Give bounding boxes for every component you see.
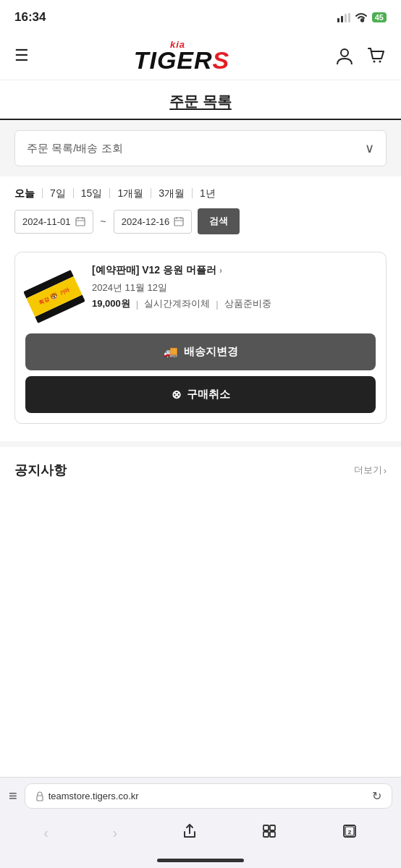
svg-text:2: 2 (348, 829, 352, 835)
svg-rect-0 (337, 18, 339, 22)
notice-more-button[interactable]: 더보기 › (354, 464, 387, 477)
home-indicator (0, 856, 401, 868)
calendar-icon-end (174, 216, 184, 226)
order-status: 상품준비중 (224, 297, 271, 310)
period-tab-3months[interactable]: 3개월 (151, 188, 193, 198)
browser-nav: ‹ › 2 (0, 814, 401, 856)
svg-point-6 (373, 61, 376, 63)
order-card: 최강 🐯 기아 [예약판매] V12 응원 머플러 › 2024년 11월 12… (14, 252, 387, 424)
menu-icon[interactable]: ☰ (14, 46, 29, 65)
date-row: 2024-11-01 ~ 2024-12-16 검색 (14, 208, 387, 234)
payment-method: 실시간계좌이체 (144, 297, 210, 310)
status-divider: | (216, 299, 218, 310)
svg-point-7 (379, 61, 381, 63)
svg-rect-3 (348, 13, 350, 22)
svg-rect-2 (345, 14, 347, 22)
order-price-row: 19,000원 | 실시간계좌이체 | 상품준비중 (92, 297, 376, 310)
calendar-icon (75, 216, 85, 226)
date-separator: ~ (99, 216, 108, 227)
forward-button[interactable]: › (105, 822, 124, 844)
period-tab-1year[interactable]: 1년 (193, 188, 223, 198)
status-time: 16:34 (14, 10, 46, 25)
page-title-section: 주문 목록 (0, 80, 401, 120)
header: ☰ kia TIGERS (0, 32, 401, 80)
period-tabs: 오늘 7일 15일 1개월 3개월 1년 (14, 188, 387, 198)
order-price: 19,000원 (92, 297, 130, 310)
header-action-icons (334, 46, 387, 66)
home-bar (157, 859, 244, 862)
url-bar-row: ≡ teamstore.tigers.co.kr ↻ (0, 778, 401, 814)
search-button[interactable]: 검색 (198, 208, 240, 234)
product-link-chevron: › (219, 265, 222, 276)
product-image: 최강 🐯 기아 (25, 264, 83, 322)
svg-point-5 (341, 49, 348, 56)
svg-rect-8 (76, 218, 85, 226)
svg-rect-18 (270, 825, 275, 830)
notice-title: 공지사항 (14, 461, 67, 479)
chevron-down-icon: ∨ (365, 140, 374, 156)
period-tab-15days[interactable]: 15일 (74, 188, 111, 198)
bookmarks-button[interactable] (254, 820, 284, 846)
battery-badge: 45 (372, 12, 387, 22)
chevron-right-icon: › (384, 465, 387, 476)
tigers-brand: TIGERS (134, 48, 230, 72)
start-date-value: 2024-11-01 (22, 216, 71, 227)
url-text: teamstore.tigers.co.kr (48, 791, 368, 801)
product-name[interactable]: [예약판매] V12 응원 머플러 › (92, 264, 376, 277)
cart-icon[interactable] (366, 46, 387, 66)
end-date-value: 2024-12-16 (122, 216, 170, 227)
end-date-input[interactable]: 2024-12-16 (114, 210, 193, 234)
share-button[interactable] (174, 820, 205, 846)
svg-rect-16 (37, 796, 43, 801)
period-tab-1month[interactable]: 1개월 (110, 188, 151, 198)
start-date-input[interactable]: 2024-11-01 (14, 210, 93, 234)
lock-icon (35, 791, 44, 801)
user-icon[interactable] (334, 46, 355, 66)
order-date: 2024년 11월 12일 (92, 281, 376, 294)
change-delivery-button[interactable]: 🚚 배송지변경 (25, 333, 376, 370)
cancel-order-button[interactable]: ⊗ 구매취소 (25, 376, 376, 413)
browser-bar: ≡ teamstore.tigers.co.kr ↻ ‹ › (0, 777, 401, 868)
status-icons: 45 (337, 12, 387, 22)
url-bar[interactable]: teamstore.tigers.co.kr ↻ (25, 783, 392, 809)
price-divider: | (136, 299, 138, 310)
date-filter-section: 오늘 7일 15일 1개월 3개월 1년 2024-11-01 ~ 2024-1… (0, 176, 401, 242)
order-item-row: 최강 🐯 기아 [예약판매] V12 응원 머플러 › 2024년 11월 12… (15, 252, 386, 333)
svg-rect-17 (263, 825, 269, 830)
svg-rect-20 (270, 832, 275, 837)
app-switcher-button[interactable]: 2 (334, 820, 365, 846)
wifi-icon (355, 12, 368, 22)
signal-icon (337, 13, 350, 22)
order-type-dropdown[interactable]: 주문 목록/배송 조회 ∨ (14, 130, 387, 166)
order-actions: 🚚 배송지변경 ⊗ 구매취소 (15, 333, 386, 423)
logo[interactable]: kia TIGERS (134, 39, 230, 72)
tabs-icon[interactable]: ≡ (9, 788, 17, 804)
status-bar: 16:34 45 (0, 0, 401, 32)
truck-icon: 🚚 (164, 345, 178, 359)
notice-section: 공지사항 더보기 › (0, 441, 401, 495)
page-title: 주문 목록 (169, 93, 232, 109)
orders-section: 최강 🐯 기아 [예약판매] V12 응원 머플러 › 2024년 11월 12… (0, 242, 401, 434)
svg-rect-1 (341, 16, 343, 22)
notice-header: 공지사항 더보기 › (14, 461, 387, 479)
period-tab-7days[interactable]: 7일 (43, 188, 74, 198)
reload-icon[interactable]: ↻ (372, 789, 381, 803)
svg-rect-19 (263, 832, 269, 837)
period-tab-today[interactable]: 오늘 (14, 188, 43, 198)
dropdown-label: 주문 목록/배송 조회 (27, 142, 123, 156)
order-details: [예약판매] V12 응원 머플러 › 2024년 11월 12일 19,000… (92, 264, 376, 310)
cancel-icon: ⊗ (172, 388, 181, 401)
filter-section: 주문 목록/배송 조회 ∨ (0, 120, 401, 176)
svg-rect-12 (174, 218, 183, 226)
back-button[interactable]: ‹ (36, 822, 56, 844)
